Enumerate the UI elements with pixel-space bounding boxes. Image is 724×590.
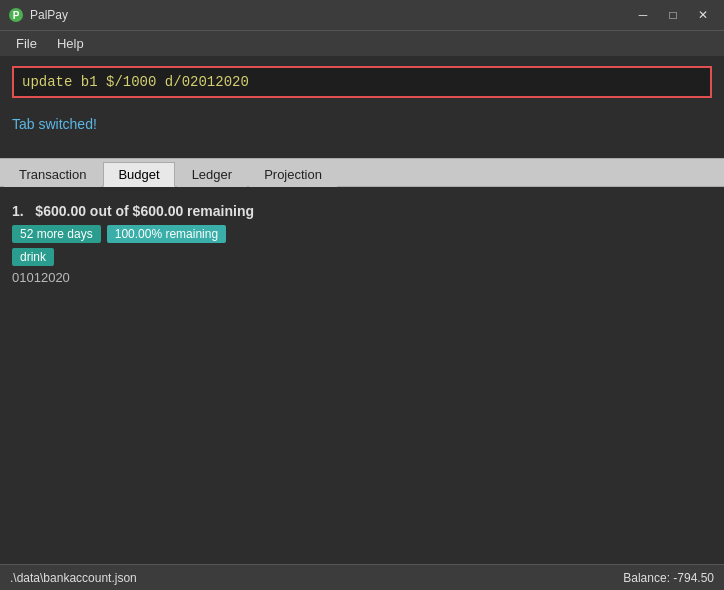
budget-item-title: 1. $600.00 out of $600.00 remaining (12, 203, 712, 219)
file-path: .\data\bankaccount.json (10, 571, 137, 585)
budget-amount: $600.00 out of $600.00 remaining (35, 203, 254, 219)
status-bar: .\data\bankaccount.json Balance: -794.50 (0, 564, 724, 590)
tab-container: Transaction Budget Ledger Projection (0, 158, 724, 187)
message-text: Tab switched! (12, 116, 97, 132)
app-title: PalPay (30, 8, 630, 22)
minimize-button[interactable]: ─ (630, 5, 656, 25)
tab-projection[interactable]: Projection (249, 162, 337, 187)
close-button[interactable]: ✕ (690, 5, 716, 25)
tab-ledger[interactable]: Ledger (177, 162, 247, 187)
message-area: Tab switched! (0, 108, 724, 158)
main-content: Tab switched! Transaction Budget Ledger … (0, 56, 724, 590)
app-icon: P (8, 7, 24, 23)
tab-budget[interactable]: Budget (103, 162, 174, 187)
window-controls: ─ □ ✕ (630, 5, 716, 25)
menu-help[interactable]: Help (47, 33, 94, 54)
budget-category: drink (12, 248, 54, 266)
tab-transaction[interactable]: Transaction (4, 162, 101, 187)
command-area (0, 56, 724, 108)
budget-index: 1. (12, 203, 24, 219)
badge-remaining: 100.00% remaining (107, 225, 226, 243)
tab-list: Transaction Budget Ledger Projection (0, 159, 724, 186)
badge-days: 52 more days (12, 225, 101, 243)
maximize-button[interactable]: □ (660, 5, 686, 25)
budget-date: 01012020 (12, 270, 712, 285)
svg-text:P: P (13, 10, 20, 21)
command-input[interactable] (12, 66, 712, 98)
title-bar: P PalPay ─ □ ✕ (0, 0, 724, 30)
budget-item: 1. $600.00 out of $600.00 remaining 52 m… (12, 199, 712, 289)
badge-row: 52 more days 100.00% remaining (12, 225, 712, 243)
balance: Balance: -794.50 (623, 571, 714, 585)
menu-bar: File Help (0, 30, 724, 56)
menu-file[interactable]: File (6, 33, 47, 54)
content-area: 1. $600.00 out of $600.00 remaining 52 m… (0, 187, 724, 447)
